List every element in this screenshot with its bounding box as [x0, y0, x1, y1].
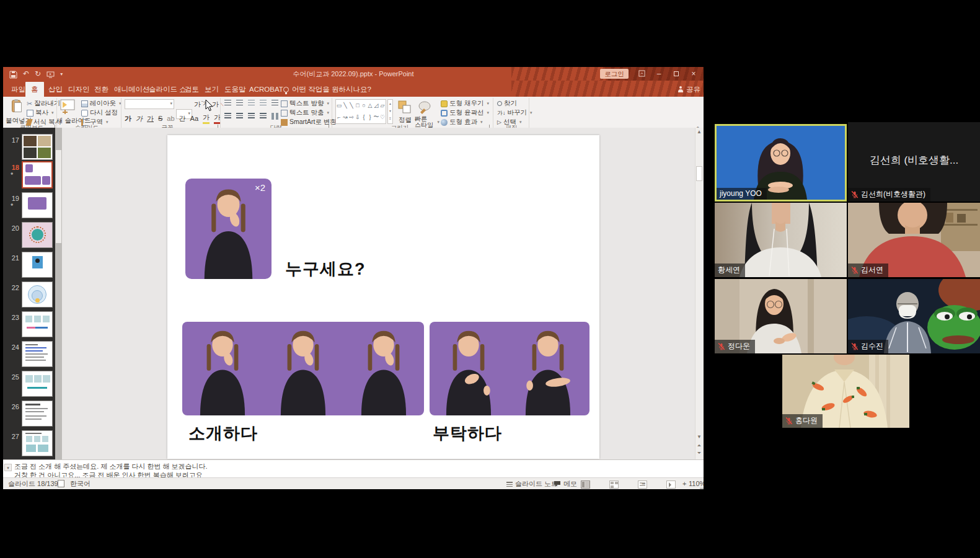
increase-indent-icon[interactable]	[260, 100, 267, 107]
slide-thumbnail-18[interactable]	[22, 161, 53, 188]
shape-tri-icon[interactable]: △	[368, 102, 373, 108]
reset-button[interactable]: 다시 설정	[81, 108, 118, 117]
slide-thumbnail-21[interactable]	[22, 252, 53, 278]
grow-font-button[interactable]: 가ˆ	[194, 100, 203, 109]
share-button[interactable]: 공유	[678, 82, 700, 97]
slide-thumbnail-17[interactable]	[22, 134, 53, 160]
quick-styles-button[interactable]: 빠른 스타일	[415, 116, 439, 128]
notes-pane[interactable]: ▾ 조금 전 소개 해 주셨는데요. 제 소개를 다시 한번 해 보겠습니다. …	[3, 459, 704, 477]
video-tile-kim-sujin[interactable]: 김수진	[848, 279, 980, 353]
slide-scrollbar-thumb[interactable]	[696, 166, 702, 181]
shape-scribble-icon[interactable]: 〜	[374, 113, 379, 121]
line-spacing-icon[interactable]	[271, 100, 278, 107]
scroll-up-icon[interactable]: ▲	[696, 129, 702, 135]
ribbon-display-options-icon[interactable]	[633, 67, 650, 81]
notes-toggle-button[interactable]: 슬라이드 노트	[506, 479, 558, 489]
zoom-out-button[interactable]: −	[642, 479, 645, 489]
strikethrough-button[interactable]: S	[158, 115, 162, 122]
font-name-combo[interactable]	[125, 99, 174, 109]
shape-par-icon[interactable]: ▱	[381, 102, 385, 108]
previous-slide-icon[interactable]: ⏶	[696, 443, 702, 449]
shape-arrow2-icon[interactable]: ⇨	[349, 114, 354, 120]
highlight-color-button[interactable]: 가	[203, 113, 210, 124]
shape-fill-button[interactable]: 도형 채우기	[441, 99, 489, 108]
shape-outline-button[interactable]: 도형 윤곽선	[441, 108, 489, 117]
shape-brace-icon[interactable]: {	[363, 114, 364, 120]
slide-question-text[interactable]: 누구세요?	[285, 258, 366, 280]
slide-sorter-view-button[interactable]	[609, 480, 619, 489]
notes-collapse-icon[interactable]: ▾	[4, 464, 12, 471]
align-text-button[interactable]: 텍스트 맞춤	[281, 108, 329, 117]
slide-editing-area[interactable]: ×2 누구세요? 소개하다 부탁하다	[62, 128, 698, 489]
find-button[interactable]: 찾기	[497, 99, 517, 108]
video-tile-hwang-seyeon[interactable]: 황세연	[715, 203, 847, 277]
scroll-down-icon[interactable]: ▼	[696, 434, 702, 440]
video-tile-hong-dawon[interactable]: 홍다원	[782, 355, 909, 428]
accessibility-icon[interactable]	[58, 480, 64, 487]
shape-oval-icon[interactable]: ○	[362, 102, 365, 108]
sign-image-request[interactable]	[430, 322, 589, 415]
shape-heart-icon[interactable]: ♡	[380, 114, 385, 120]
slide-thumbnail-22[interactable]	[22, 281, 53, 308]
sign-image-introduce[interactable]	[182, 322, 424, 415]
shape-gallery-scroll[interactable]: ▴▾≡	[387, 99, 393, 124]
slide-counter[interactable]: 슬라이드 18/139	[8, 479, 58, 489]
shape-textbox-icon[interactable]: ▭	[337, 102, 342, 108]
slide-thumbnail-panel[interactable]: 17 18 * 19 * 20	[3, 128, 55, 489]
zoom-in-button[interactable]: +	[682, 479, 686, 489]
align-center-icon[interactable]	[236, 113, 243, 120]
title-bar[interactable]: ↶ ↻ ▾ 수어(비교과 2022.09).pptx - PowerPoint …	[3, 67, 704, 81]
next-slide-icon[interactable]: ⏷	[696, 450, 702, 456]
tell-me-box[interactable]: 어떤 작업을 원하시나요?	[283, 82, 371, 97]
numbering-icon[interactable]	[236, 100, 243, 107]
bullets-icon[interactable]	[224, 100, 231, 107]
columns-icon[interactable]	[271, 113, 278, 120]
slideshow-view-button[interactable]	[666, 480, 676, 489]
restore-button[interactable]	[668, 67, 685, 81]
tab-home[interactable]: 홈	[25, 82, 44, 97]
shape-rect-icon[interactable]: □	[356, 102, 359, 108]
slide-thumbnail-26[interactable]	[22, 401, 53, 427]
align-left-icon[interactable]	[224, 113, 231, 120]
slide-word-left[interactable]: 소개하다	[188, 422, 258, 445]
language-indicator[interactable]: 한국어	[70, 479, 90, 489]
video-tile-kim-sunhee[interactable]: 김선희 (비호생활... 김선희(비호생활관)	[848, 122, 980, 202]
minimize-button[interactable]: –	[650, 67, 668, 81]
shape-effects-button[interactable]: 도형 효과	[441, 118, 482, 126]
thumbnail-scrollbar[interactable]	[55, 128, 62, 489]
decrease-indent-icon[interactable]	[248, 100, 255, 107]
slide-thumbnail-27[interactable]	[22, 430, 53, 456]
change-case-button[interactable]: Aa	[190, 115, 198, 122]
shrink-font-button[interactable]: 가ˇ	[203, 100, 210, 108]
comments-button[interactable]: 메모	[554, 479, 577, 489]
layout-button[interactable]: 레이아웃	[81, 99, 121, 108]
normal-view-button[interactable]	[581, 480, 590, 489]
video-tile-jiyoung-yoo[interactable]: jiyoung YOO	[715, 124, 847, 202]
new-slide-button[interactable]	[60, 99, 79, 117]
slide-thumbnail-19[interactable]	[22, 192, 53, 218]
shape-line-icon[interactable]: ╲	[343, 102, 347, 108]
current-slide[interactable]: ×2 누구세요? 소개하다 부탁하다	[167, 135, 599, 459]
video-tile-kim-seoyeon[interactable]: 김서연	[848, 203, 980, 277]
underline-button[interactable]: 가	[147, 114, 154, 123]
slide-thumbnail-25[interactable]	[22, 371, 53, 397]
sign-image-question[interactable]: ×2	[185, 179, 271, 279]
italic-button[interactable]: 가	[136, 114, 143, 123]
shape-arrow3-icon[interactable]: ⇩	[355, 114, 360, 120]
bold-button[interactable]: 가	[125, 114, 131, 123]
shape-brace2-icon[interactable]: }	[369, 114, 371, 120]
slide-thumbnail-24[interactable]	[22, 341, 53, 367]
text-direction-button[interactable]: 텍스트 방향	[281, 99, 329, 108]
text-shadow-button[interactable]: ab	[167, 115, 174, 122]
align-right-icon[interactable]	[248, 113, 255, 120]
copy-button[interactable]: 복사	[27, 108, 54, 117]
shape-gallery[interactable]: ▭╲╲□○△◿▱ ⌐↝⇨⇩{}〜♡	[335, 99, 386, 124]
slide-word-right[interactable]: 부탁하다	[433, 422, 502, 445]
clear-formatting-button[interactable]: 가⟍	[212, 100, 224, 109]
shape-elbow-icon[interactable]: ⌐	[337, 114, 340, 120]
zoom-level[interactable]: 110%	[689, 479, 704, 489]
justify-icon[interactable]	[260, 113, 267, 120]
shape-curve-icon[interactable]: ↝	[343, 114, 348, 120]
tab-acrobat[interactable]: ACROBAT	[244, 82, 289, 97]
shape-rtri-icon[interactable]: ◿	[374, 102, 379, 108]
